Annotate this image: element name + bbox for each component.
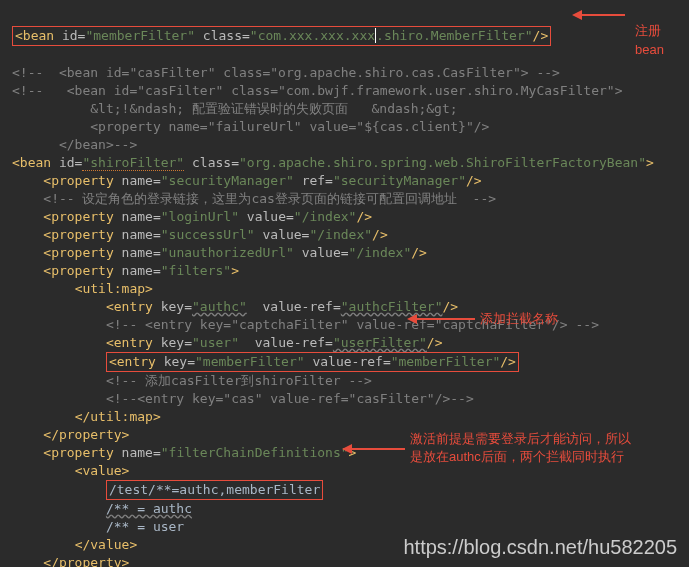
t: <bean bbox=[15, 28, 54, 43]
annotation-2: 添加拦截名称 bbox=[480, 310, 558, 328]
annotation-1a: 注册 bbox=[635, 22, 661, 40]
annotation-3a: 激活前提是需要登录后才能访问，所以 bbox=[410, 430, 631, 448]
arrow-1 bbox=[580, 14, 625, 16]
arrow-2 bbox=[415, 318, 475, 320]
arrow-3 bbox=[350, 448, 405, 450]
annotation-1b: bean bbox=[635, 42, 664, 57]
comment: <!-- <bean id="casFilter" class="org.apa… bbox=[12, 65, 560, 80]
code-area: <bean id="memberFilter" class="com.xxx.x… bbox=[0, 0, 689, 567]
annotation-3b: 是放在authc后面，两个拦截同时执行 bbox=[410, 448, 624, 466]
highlight-box-3: /test/**=authc,memberFilter bbox=[106, 480, 323, 500]
highlight-box-2: <entry key="memberFilter" value-ref="mem… bbox=[106, 352, 519, 372]
highlight-box-1: <bean id="memberFilter" class="com.xxx.x… bbox=[12, 26, 551, 46]
watermark: https://blog.csdn.net/hu582205 bbox=[403, 536, 677, 559]
